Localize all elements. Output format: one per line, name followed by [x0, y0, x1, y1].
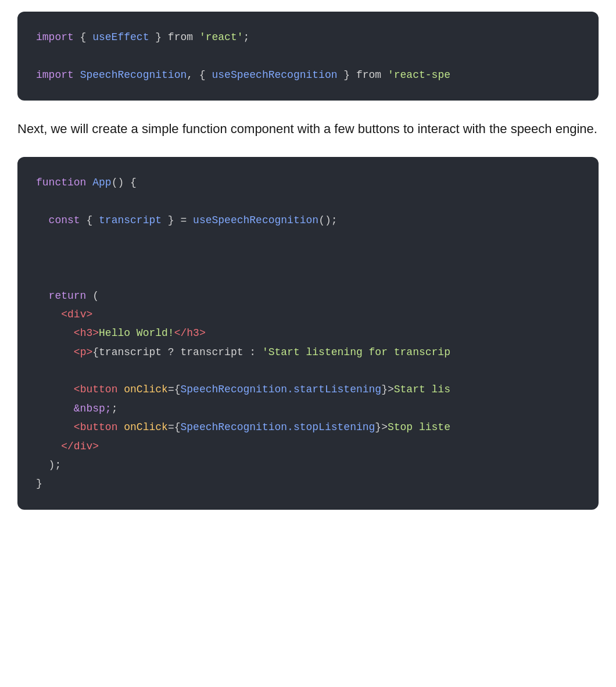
prose-paragraph: Next, we will create a simple function c… — [17, 119, 599, 138]
code-function-pre: function App() { const { transcript } = … — [36, 173, 580, 493]
code-block-function: function App() { const { transcript } = … — [17, 157, 599, 510]
code-imports-pre: import { useEffect } from 'react'; impor… — [36, 28, 580, 84]
code-block-imports: import { useEffect } from 'react'; impor… — [17, 12, 599, 101]
